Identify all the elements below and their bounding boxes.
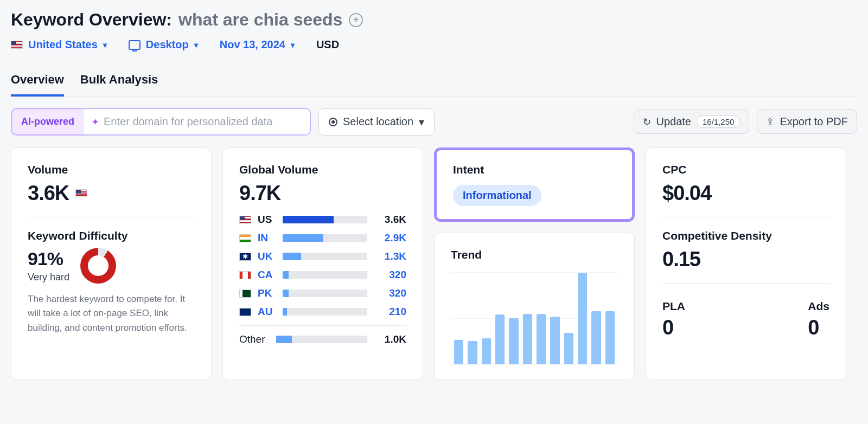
gv-other-bar: [276, 336, 367, 343]
cd-value: 0.15: [662, 248, 829, 271]
trend-bar: [537, 314, 546, 364]
tab-bulk-analysis[interactable]: Bulk Analysis: [80, 73, 158, 97]
ads-value: 0: [808, 316, 829, 339]
intent-badge[interactable]: Informational: [453, 185, 541, 206]
gv-country-code: IN: [258, 232, 276, 244]
country-label: United States: [28, 38, 98, 51]
currency-label: USD: [316, 38, 339, 51]
gv-other-label: Other: [239, 333, 270, 345]
location-label: Select location: [343, 115, 413, 128]
country-filter[interactable]: United States ▾: [11, 38, 107, 51]
date-label: Nov 13, 2024: [220, 38, 285, 51]
gv-bar: [283, 290, 367, 297]
gv-row[interactable]: PK320: [239, 287, 406, 299]
pla-title: PLA: [662, 300, 685, 313]
trend-card: Trend: [434, 233, 635, 380]
gv-row[interactable]: IN2.9K: [239, 232, 406, 244]
ads-title: Ads: [808, 300, 829, 313]
global-volume-card: Global Volume 9.7K US3.6KIN2.9KUK1.3KCA3…: [222, 147, 423, 380]
gv-country-code: CA: [258, 269, 276, 281]
kd-value: 91%: [28, 248, 69, 269]
gv-value: 320: [374, 269, 406, 281]
volume-card: Volume 3.6K Keyword Difficulty 91% Very …: [11, 147, 212, 380]
flag-icon: [239, 290, 251, 298]
global-volume-title: Global Volume: [239, 163, 406, 176]
tab-overview[interactable]: Overview: [11, 73, 64, 97]
kd-label: Very hard: [28, 272, 69, 283]
gv-row-other: Other 1.0K: [239, 333, 406, 345]
chevron-down-icon: ▾: [419, 115, 424, 129]
add-keyword-button[interactable]: +: [349, 13, 363, 27]
flag-icon: [239, 308, 251, 316]
pla-value: 0: [662, 316, 685, 339]
export-icon: ⇪: [766, 116, 774, 128]
intent-trend-column: Intent Informational Trend: [434, 147, 635, 380]
trend-bar: [523, 314, 532, 364]
trend-title: Trend: [451, 248, 618, 261]
trend-bar: [578, 273, 587, 364]
volume-title: Volume: [28, 163, 195, 176]
trend-chart: [451, 272, 618, 364]
filter-row: United States ▾ Desktop ▾ Nov 13, 2024 ▾…: [11, 38, 857, 51]
cpc-card: CPC $0.04 Competitive Density 0.15 PLA 0…: [646, 147, 846, 380]
toolbar: AI-powered ✦ Select location ▾ ↻ Update …: [11, 108, 857, 136]
tab-bar: Overview Bulk Analysis: [11, 73, 857, 97]
metrics-grid: Volume 3.6K Keyword Difficulty 91% Very …: [11, 147, 857, 380]
gv-row: US3.6K: [239, 214, 406, 226]
trend-bar: [564, 333, 573, 364]
gv-bar: [283, 234, 367, 242]
cd-title: Competitive Density: [662, 229, 829, 242]
update-count-badge: 16/1,250: [697, 115, 740, 128]
update-label: Update: [656, 115, 692, 128]
flag-icon: [239, 253, 251, 261]
device-filter[interactable]: Desktop ▾: [129, 38, 198, 51]
intent-title: Intent: [453, 163, 616, 176]
location-pin-icon: [329, 118, 337, 126]
title-prefix: Keyword Overview:: [11, 10, 172, 30]
gv-value: 320: [374, 287, 406, 299]
volume-value: 3.6K: [28, 182, 69, 205]
location-select[interactable]: Select location ▾: [318, 108, 435, 136]
kd-description: The hardest keyword to compete for. It w…: [28, 292, 195, 335]
trend-bar: [482, 338, 491, 364]
us-flag-icon: [75, 189, 87, 197]
chevron-down-icon: ▾: [103, 41, 107, 49]
domain-input-group: AI-powered ✦: [11, 108, 311, 136]
gv-value: 3.6K: [374, 214, 406, 226]
gv-country-code: AU: [258, 306, 276, 318]
device-label: Desktop: [146, 38, 189, 51]
flag-icon: [239, 234, 251, 242]
gv-value: 210: [374, 306, 406, 318]
export-label: Export to PDF: [780, 115, 848, 128]
gv-row[interactable]: CA320: [239, 269, 406, 281]
us-flag-icon: [11, 41, 23, 49]
flag-icon: [239, 216, 251, 224]
gv-row[interactable]: UK1.3K: [239, 250, 406, 262]
trend-bar: [550, 317, 559, 364]
gv-value: 1.3K: [374, 250, 406, 262]
update-button[interactable]: ↻ Update 16/1,250: [634, 110, 750, 134]
cpc-value: $0.04: [662, 182, 829, 205]
trend-bar: [509, 318, 518, 364]
keyword-text: what are chia seeds: [178, 10, 342, 30]
chevron-down-icon: ▾: [194, 41, 198, 49]
intent-card: Intent Informational: [434, 147, 635, 222]
kd-title: Keyword Difficulty: [28, 229, 195, 242]
global-volume-value: 9.7K: [239, 182, 406, 205]
flag-icon: [239, 271, 251, 279]
export-pdf-button[interactable]: ⇪ Export to PDF: [757, 110, 857, 134]
currency-display: USD: [316, 38, 339, 51]
sparkle-icon: ✦: [84, 116, 104, 128]
gv-row[interactable]: AU210: [239, 306, 406, 318]
ai-powered-badge: AI-powered: [12, 109, 84, 134]
gv-country-code: US: [258, 214, 276, 226]
gv-country-code: UK: [258, 250, 276, 262]
trend-bar: [605, 311, 615, 364]
domain-input[interactable]: [104, 109, 310, 134]
desktop-icon: [129, 40, 141, 50]
gv-bar: [283, 308, 367, 316]
kd-donut-icon: [80, 248, 116, 284]
cpc-title: CPC: [662, 163, 829, 176]
gv-other-value: 1.0K: [374, 333, 406, 345]
date-filter[interactable]: Nov 13, 2024 ▾: [220, 38, 295, 51]
